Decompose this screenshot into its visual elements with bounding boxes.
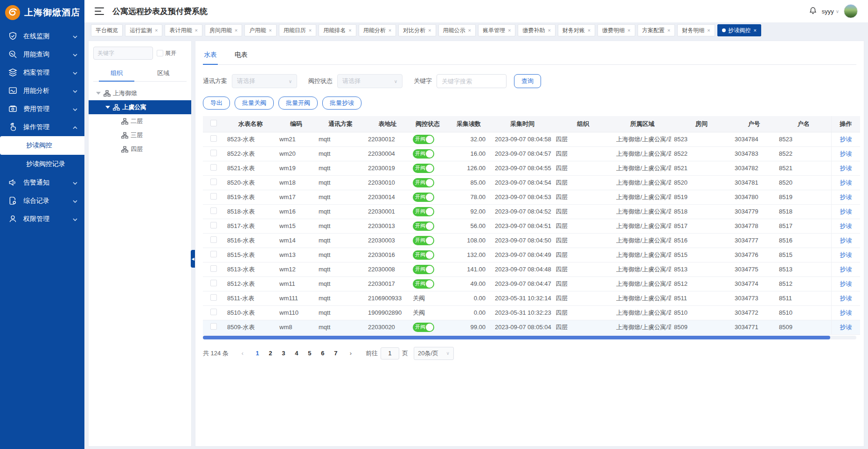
tree-node-floor[interactable]: 四层 bbox=[93, 142, 187, 156]
close-icon[interactable]: × bbox=[309, 28, 312, 33]
sidebar-item-comprehensive-records[interactable]: 综合记录 bbox=[0, 192, 84, 210]
row-checkbox[interactable] bbox=[210, 222, 217, 228]
valve-toggle-open[interactable]: 开阀 bbox=[413, 207, 434, 216]
notification-bell-icon[interactable] bbox=[809, 7, 817, 16]
valve-toggle-open[interactable]: 开阀 bbox=[413, 265, 434, 274]
tab-缴费明细[interactable]: 缴费明细× bbox=[597, 24, 635, 36]
tab-财务明细[interactable]: 财务明细× bbox=[677, 24, 715, 36]
row-checkbox[interactable] bbox=[210, 280, 217, 286]
read-action-link[interactable]: 抄读 bbox=[840, 266, 852, 273]
close-icon[interactable]: × bbox=[348, 28, 351, 33]
close-icon[interactable]: × bbox=[235, 28, 237, 33]
read-action-link[interactable]: 抄读 bbox=[840, 309, 852, 316]
close-icon[interactable]: × bbox=[508, 28, 511, 33]
tab-户用能[interactable]: 户用能× bbox=[244, 24, 276, 36]
tree-node-building-selected[interactable]: 上虞公寓 bbox=[89, 100, 191, 114]
tab-表计用能[interactable]: 表计用能× bbox=[165, 24, 202, 36]
tab-region[interactable]: 区域 bbox=[140, 65, 187, 81]
tab-缴费补助[interactable]: 缴费补助× bbox=[518, 24, 555, 36]
tab-用能排名[interactable]: 用能排名× bbox=[319, 24, 356, 36]
close-icon[interactable]: × bbox=[754, 28, 757, 33]
close-icon[interactable]: × bbox=[155, 28, 158, 33]
hamburger-menu-icon[interactable] bbox=[95, 7, 104, 15]
row-checkbox[interactable] bbox=[210, 193, 217, 200]
close-icon[interactable]: × bbox=[194, 28, 197, 33]
valve-toggle-open[interactable]: 开阀 bbox=[413, 135, 434, 144]
page-number-7[interactable]: 7 bbox=[329, 347, 342, 360]
tab-用能公示[interactable]: 用能公示× bbox=[438, 24, 476, 36]
row-checkbox[interactable] bbox=[210, 164, 217, 171]
page-number-5[interactable]: 5 bbox=[303, 347, 316, 360]
tab-平台概览[interactable]: 平台概览 bbox=[91, 24, 123, 36]
select-all-checkbox[interactable] bbox=[210, 120, 217, 126]
read-action-link[interactable]: 抄读 bbox=[840, 251, 852, 258]
caret-down-icon[interactable] bbox=[96, 92, 101, 95]
row-checkbox[interactable] bbox=[210, 265, 217, 272]
sidebar-item-alarm-notification[interactable]: 告警通知 bbox=[0, 173, 84, 192]
tab-财务对账[interactable]: 财务对账× bbox=[558, 24, 595, 36]
valve-toggle-open[interactable]: 开阀 bbox=[413, 178, 434, 187]
panel-collapse-handle[interactable]: ◀ bbox=[191, 250, 195, 268]
close-icon[interactable]: × bbox=[548, 28, 550, 33]
read-action-link[interactable]: 抄读 bbox=[840, 136, 852, 143]
page-number-2[interactable]: 2 bbox=[264, 347, 277, 360]
checkbox-icon[interactable] bbox=[157, 50, 163, 56]
page-number-1[interactable]: 1 bbox=[251, 347, 264, 360]
tab-organization[interactable]: 组织 bbox=[93, 65, 140, 81]
read-action-link[interactable]: 抄读 bbox=[840, 280, 852, 287]
page-number-3[interactable]: 3 bbox=[277, 347, 290, 360]
read-action-link[interactable]: 抄读 bbox=[840, 179, 852, 186]
meter-tab-水表[interactable]: 水表 bbox=[203, 47, 218, 64]
sidebar-item-fee-management[interactable]: 费用管理 bbox=[0, 100, 84, 118]
read-action-link[interactable]: 抄读 bbox=[840, 165, 852, 172]
close-icon[interactable]: × bbox=[269, 28, 271, 33]
next-page-icon[interactable]: › bbox=[344, 350, 357, 357]
page-size-select[interactable]: 20条/页 ∨ bbox=[414, 347, 454, 360]
tree-search-input[interactable] bbox=[93, 47, 153, 60]
read-action-link[interactable]: 抄读 bbox=[840, 222, 852, 229]
row-checkbox[interactable] bbox=[210, 150, 217, 156]
close-icon[interactable]: × bbox=[627, 28, 630, 33]
tree-node-label[interactable]: 上虞公寓 bbox=[122, 103, 146, 111]
sidebar-item-operation-management[interactable]: 操作管理 bbox=[0, 118, 84, 136]
read-action-link[interactable]: 抄读 bbox=[840, 150, 852, 157]
row-checkbox[interactable] bbox=[210, 251, 217, 257]
tree-node-label[interactable]: 三层 bbox=[131, 131, 143, 139]
scrollbar-thumb[interactable] bbox=[203, 336, 830, 339]
row-checkbox[interactable] bbox=[210, 236, 217, 243]
page-number-4[interactable]: 4 bbox=[290, 347, 303, 360]
valve-toggle-open[interactable]: 开阀 bbox=[413, 164, 434, 173]
tree-node-label[interactable]: 二层 bbox=[131, 117, 143, 125]
tree-node-label[interactable]: 四层 bbox=[131, 145, 143, 153]
close-icon[interactable]: × bbox=[468, 28, 471, 33]
keyword-input[interactable] bbox=[437, 74, 507, 88]
sidebar-subitem-reading-valve-records[interactable]: 抄读阀控记录 bbox=[0, 155, 84, 173]
valve-toggle-open[interactable]: 开阀 bbox=[413, 193, 434, 202]
tree-node-label[interactable]: 上海御焮 bbox=[113, 89, 137, 97]
tab-账单管理[interactable]: 账单管理× bbox=[478, 24, 515, 36]
tab-抄读阀控[interactable]: 抄读阀控× bbox=[717, 24, 761, 36]
row-checkbox[interactable] bbox=[210, 323, 217, 330]
close-icon[interactable]: × bbox=[588, 28, 590, 33]
valve-toggle-open[interactable]: 开阀 bbox=[413, 236, 434, 245]
tab-运行监测[interactable]: 运行监测× bbox=[125, 24, 162, 36]
valve-toggle-open[interactable]: 开阀 bbox=[413, 323, 434, 332]
tab-方案配置[interactable]: 方案配置× bbox=[638, 24, 675, 36]
sidebar-item-archive-management[interactable]: 档案管理 bbox=[0, 63, 84, 82]
avatar[interactable] bbox=[844, 4, 858, 18]
action-button-批量开阀[interactable]: 批量开阀 bbox=[278, 97, 318, 110]
sidebar-item-online-monitoring[interactable]: 在线监测 bbox=[0, 27, 84, 45]
close-icon[interactable]: × bbox=[428, 28, 431, 33]
sidebar-item-energy-query[interactable]: 用能查询 bbox=[0, 45, 84, 63]
user-menu[interactable]: syyy ∨ bbox=[822, 8, 839, 15]
page-number-6[interactable]: 6 bbox=[316, 347, 329, 360]
meter-tab-电表[interactable]: 电表 bbox=[234, 47, 249, 64]
read-action-link[interactable]: 抄读 bbox=[840, 237, 852, 244]
action-button-批量抄读[interactable]: 批量抄读 bbox=[322, 97, 361, 110]
read-action-link[interactable]: 抄读 bbox=[840, 295, 852, 302]
row-checkbox[interactable] bbox=[210, 207, 217, 214]
valve-toggle-open[interactable]: 开阀 bbox=[413, 221, 434, 231]
row-checkbox[interactable] bbox=[210, 309, 217, 315]
tree-node-root[interactable]: 上海御焮 bbox=[93, 86, 187, 100]
read-action-link[interactable]: 抄读 bbox=[840, 208, 852, 215]
